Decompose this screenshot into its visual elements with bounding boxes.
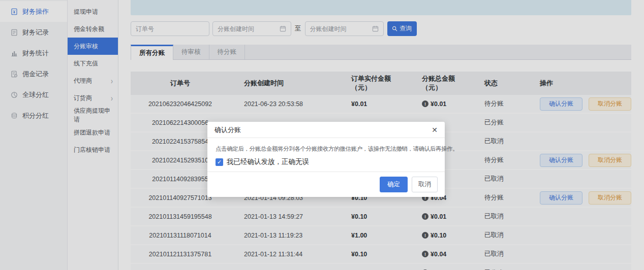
checkbox-checked-icon[interactable]: ✓: [216, 158, 223, 166]
confirm-split-modal: 确认分账 ✕ 点击确定后，分账总金额将分到各个分账接收方的微信账户，该操作无法撤…: [207, 122, 445, 197]
modal-footer: 确定 取消: [207, 172, 445, 197]
modal-title: 确认分账: [214, 125, 241, 134]
modal-body: 点击确定后，分账总金额将分到各个分账接收方的微信账户，该操作无法撤销，请确认后再…: [207, 138, 445, 166]
checkbox-label: 我已经确认发放，正确无误: [227, 157, 309, 166]
modal-message: 点击确定后，分账总金额将分到各个分账接收方的微信账户，该操作无法撤销，请确认后再…: [216, 145, 437, 153]
confirm-checkbox-row[interactable]: ✓ 我已经确认发放，正确无误: [216, 157, 437, 166]
close-icon[interactable]: ✕: [432, 126, 438, 133]
modal-cancel-button[interactable]: 取消: [412, 177, 438, 192]
modal-header: 确认分账 ✕: [207, 122, 445, 138]
modal-confirm-button[interactable]: 确定: [380, 177, 408, 192]
